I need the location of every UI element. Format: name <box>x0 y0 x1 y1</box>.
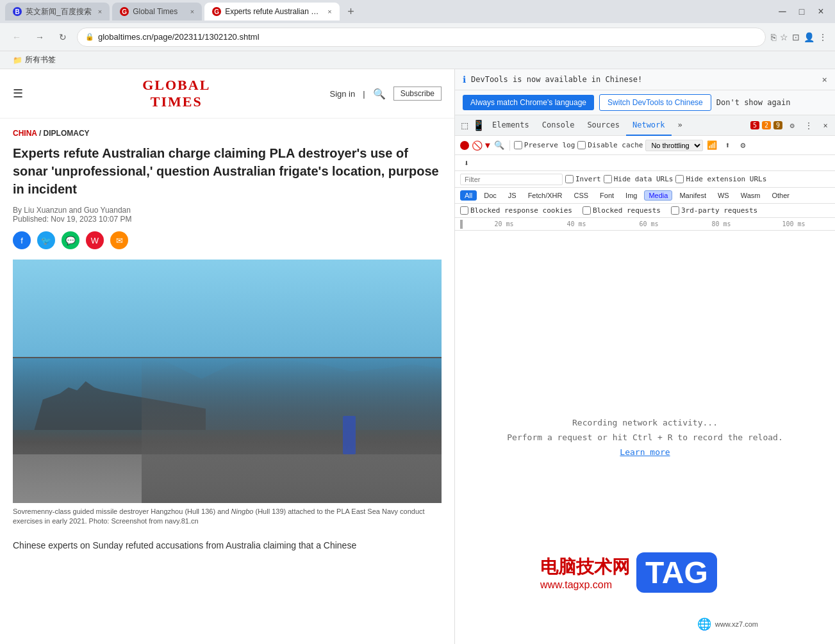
profile-icon[interactable]: 👤 <box>804 32 814 42</box>
tab-baidu-close[interactable]: × <box>98 8 102 15</box>
download-icon[interactable]: ⬇ <box>460 156 473 169</box>
bookmark-folder-icon: 📁 <box>13 56 22 65</box>
filter-css[interactable]: CSS <box>569 190 593 201</box>
filter-type-bar: All Doc JS Fetch/XHR CSS Font Img Media … <box>455 188 835 204</box>
image-caption: Sovremenny-class guided missile destroye… <box>13 503 442 531</box>
filter-icon[interactable]: ▼ <box>485 140 490 150</box>
webpage-area[interactable]: ☰ GLOBALTIMES Sign in | 🔍 Subscribe CHIN… <box>0 69 455 644</box>
hide-data-urls-checkbox[interactable] <box>604 175 612 183</box>
lock-icon: 🔒 <box>85 33 94 41</box>
filter-other[interactable]: Other <box>767 190 794 201</box>
restore-icon[interactable]: □ <box>793 3 811 21</box>
tab-console[interactable]: Console <box>536 115 581 136</box>
filter-all[interactable]: All <box>460 190 477 201</box>
record-button[interactable] <box>460 141 469 150</box>
filter-media[interactable]: Media <box>644 190 672 201</box>
email-share[interactable]: ✉ <box>110 231 128 249</box>
dont-show-again[interactable]: Don't show again <box>716 98 791 107</box>
filter-js[interactable]: JS <box>504 190 521 201</box>
reload-button[interactable]: ↻ <box>54 28 72 46</box>
tab-sources[interactable]: Sources <box>581 115 626 136</box>
learn-more-link[interactable]: Learn more <box>620 447 670 457</box>
blocked-cookies-checkbox[interactable] <box>460 206 468 215</box>
filter-row: Invert Hide data URLs Hide extension URL… <box>455 171 835 188</box>
minimize-icon[interactable]: ─ <box>773 3 791 21</box>
tick-20ms: 20 ms <box>468 220 540 227</box>
filter-font[interactable]: Font <box>595 190 618 201</box>
wechat-share[interactable]: 💬 <box>62 231 79 249</box>
network-hint-text: Perform a request or hit Ctrl + R to rec… <box>507 433 782 442</box>
hamburger-menu[interactable]: ☰ <box>13 87 23 101</box>
signin-link[interactable]: Sign in <box>329 89 355 99</box>
new-tab-button[interactable]: + <box>342 3 360 21</box>
notice-text: DevTools is now available in Chinese! <box>471 75 817 84</box>
article-content: CHINA / DIPLOMACY Experts refute Austral… <box>0 119 454 563</box>
invert-checkbox[interactable] <box>565 175 574 183</box>
star-icon[interactable]: ☆ <box>780 32 788 42</box>
tab-network[interactable]: Network <box>626 115 672 136</box>
notice-close-icon[interactable]: × <box>822 74 827 85</box>
toolbar-settings-icon[interactable]: ⚙ <box>736 139 749 152</box>
filter-input[interactable] <box>460 174 563 185</box>
network-content: Recording network activity... Perform a … <box>455 231 835 644</box>
filter-manifest[interactable]: Manifest <box>675 190 711 201</box>
devtools-panel: ℹ DevTools is now available in Chinese! … <box>455 69 835 644</box>
wifi-icon[interactable]: 📶 <box>706 139 718 152</box>
hide-extension-urls-label: Hide extension URLs <box>675 175 766 183</box>
search-icon[interactable]: 🔍 <box>373 88 386 100</box>
gt-logo: GLOBALTIMES <box>142 77 210 110</box>
tab-globaltimes1-close[interactable]: × <box>190 8 194 15</box>
warn-badge: 2 <box>762 121 771 129</box>
tab-elements[interactable]: Elements <box>486 115 536 136</box>
address-bar: ← → ↻ 🔒 globaltimes.cn/page/202311/13021… <box>0 23 835 51</box>
filter-img[interactable]: Img <box>621 190 641 201</box>
throttle-select[interactable]: No throttling <box>645 140 703 151</box>
menu-icon[interactable]: ⋮ <box>818 32 827 42</box>
weibo-share[interactable]: W <box>86 231 104 249</box>
cast-icon[interactable]: ⎘ <box>771 32 776 42</box>
preserve-log-checkbox[interactable] <box>514 141 522 149</box>
facebook-share[interactable]: f <box>13 231 31 249</box>
invert-label: Invert <box>565 175 601 183</box>
window-controls: ─ □ × <box>773 3 830 21</box>
hide-extension-urls-checkbox[interactable] <box>675 175 684 183</box>
split-icon[interactable]: ⊡ <box>792 32 800 42</box>
devtools-device-icon[interactable]: 📱 <box>472 119 486 133</box>
gt-favicon1: G <box>120 7 129 16</box>
filter-ws[interactable]: WS <box>713 190 734 201</box>
breadcrumb-sub: / DIPLOMACY <box>39 129 90 138</box>
devtools-close-icon[interactable]: × <box>818 119 832 133</box>
author-text: By Liu Xuanzun and Guo Yuandan <box>13 206 442 215</box>
twitter-share[interactable]: 🐦 <box>37 231 55 249</box>
back-button[interactable]: ← <box>8 28 26 46</box>
subscribe-button[interactable]: Subscribe <box>393 87 442 101</box>
search-toolbar-icon[interactable]: 🔍 <box>493 139 506 152</box>
switch-to-chinese-button[interactable]: Switch DevTools to Chinese <box>599 94 711 111</box>
third-party-requests-checkbox[interactable] <box>671 206 679 215</box>
tab-more[interactable]: » <box>672 115 689 136</box>
upload-icon[interactable]: ⬆ <box>721 139 734 152</box>
tab-active[interactable]: G Experts refute Australian cha… × <box>204 3 339 21</box>
tab-globaltimes1[interactable]: G Global Times × <box>112 3 202 21</box>
devtools-inspect-icon[interactable]: ⬚ <box>458 119 472 133</box>
filter-doc[interactable]: Doc <box>479 190 501 201</box>
title-bar: B 英文新闻_百度搜索 × G Global Times × G Experts… <box>0 0 835 23</box>
caption-italic: Ningbo <box>231 508 254 515</box>
forward-button[interactable]: → <box>31 28 49 46</box>
close-icon[interactable]: × <box>812 3 830 21</box>
bookmarks-label[interactable]: 📁 所有书签 <box>8 54 61 65</box>
clear-button[interactable]: 🚫 <box>472 140 483 151</box>
vertical-dots-icon[interactable]: ⋮ <box>802 119 816 133</box>
tab-active-close[interactable]: × <box>327 8 331 15</box>
sky-layer <box>13 260 442 357</box>
tab-baidu[interactable]: B 英文新闻_百度搜索 × <box>5 3 110 21</box>
filter-wasm[interactable]: Wasm <box>736 190 765 201</box>
devtools-notice: ℹ DevTools is now available in Chinese! … <box>455 69 835 90</box>
match-language-button[interactable]: Always match Chrome's language <box>463 95 594 110</box>
address-input[interactable]: 🔒 globaltimes.cn/page/202311/1302120.sht… <box>77 28 766 47</box>
toolbar-separator <box>509 140 510 151</box>
settings-icon[interactable]: ⚙ <box>785 119 799 133</box>
blocked-requests-checkbox[interactable] <box>583 206 591 215</box>
disable-cache-checkbox[interactable] <box>577 141 586 149</box>
filter-fetch-xhr[interactable]: Fetch/XHR <box>524 190 567 201</box>
